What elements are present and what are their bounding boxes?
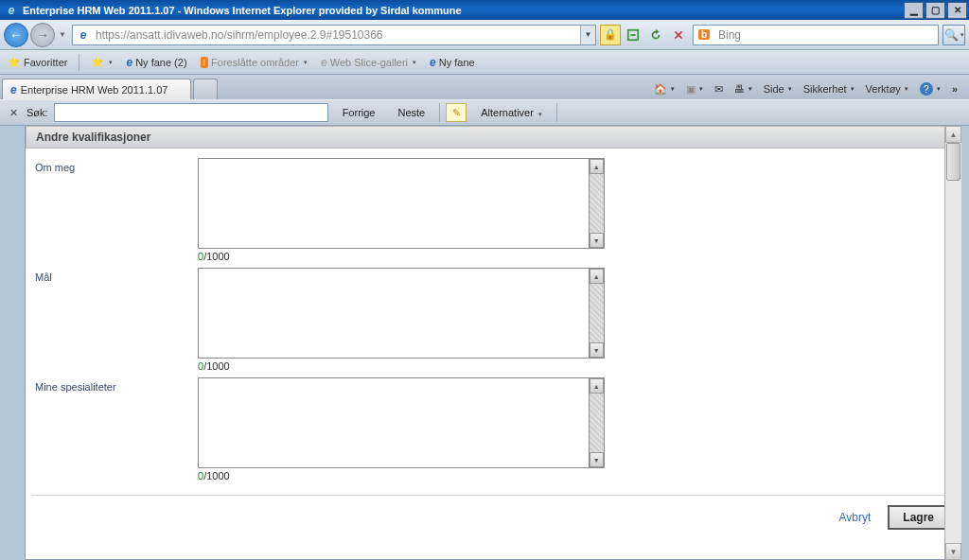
minimize-button[interactable]: ▁ [904,2,924,19]
find-close-button[interactable]: ✕ [6,105,21,120]
char-counter: 0/1000 [198,359,605,374]
bing-icon: b [696,27,712,43]
nav-history-dropdown[interactable]: ▼ [57,30,68,39]
scroll-down-button[interactable]: ▼ [945,543,961,560]
ie-icon: e [10,83,17,96]
close-button[interactable]: ✕ [947,2,967,19]
new-tab-button[interactable] [193,79,218,99]
nyfane-link[interactable]: e Ny fane [426,54,479,71]
suggested-sites-link[interactable]: ! Foreslåtte områder ▾ [197,55,311,70]
search-input[interactable] [714,26,938,44]
scroll-down-icon[interactable]: ▼ [590,233,604,248]
maximize-button[interactable]: ▢ [925,2,945,19]
print-icon: 🖶 [734,83,745,95]
textarea-scrollbar[interactable]: ▲ ▼ [590,158,605,249]
navigation-bar: ← → ▼ e ▼ 🔒 b 🔍▾ [0,20,969,50]
favorites-button[interactable]: ⭐ Favoritter [4,54,71,70]
help-icon: ? [920,82,933,96]
help-button[interactable]: ?▾ [916,80,944,97]
home-icon: 🏠 [654,83,667,96]
bulb-icon: ! [201,57,209,68]
find-next-button[interactable]: Neste [389,103,433,122]
scroll-down-icon[interactable]: ▼ [590,342,604,358]
find-options-button[interactable]: Alternativer ▾ [472,103,551,122]
ie-logo-icon: e [4,3,19,18]
forward-button[interactable]: → [30,23,55,47]
feeds-button[interactable]: ▣▾ [682,81,707,97]
find-prev-button[interactable]: Forrige [334,103,384,122]
separator [439,103,440,122]
tab-bar: e Enterprise HRM Web 2011.1.07 🏠▾ ▣▾ ✉ 🖶… [0,75,969,99]
home-button[interactable]: 🏠▾ [650,81,678,97]
page-content: Andre kvalifikasjoner Om meg ▲ ▼ 0/1000 [25,126,961,560]
scroll-thumb[interactable] [946,143,960,181]
ie-icon: e [126,56,132,69]
url-input[interactable] [94,26,580,44]
overflow-button[interactable]: » [948,81,961,96]
refresh-icon[interactable] [645,25,666,45]
ie-icon: e [430,56,436,69]
svg-rect-1 [630,34,635,36]
goals-textarea[interactable] [198,268,590,359]
form-row: Mål ▲ ▼ 0/1000 [29,268,942,374]
page-scrollbar[interactable]: ▲ ▼ [944,126,961,560]
char-counter: 0/1000 [198,249,605,264]
separator [556,103,557,122]
page-label: Side [764,83,784,95]
mail-button[interactable]: ✉ [711,81,727,97]
address-bar[interactable]: e ▼ [72,25,596,45]
tab-label: Enterprise HRM Web 2011.1.07 [21,84,168,96]
find-input[interactable] [54,103,328,122]
save-button[interactable]: Lagre [888,505,949,530]
webslice-label: Web Slice-galleri [330,57,408,68]
mail-icon: ✉ [714,83,723,96]
textarea-scrollbar[interactable]: ▲ ▼ [590,377,605,468]
print-button[interactable]: 🖶▾ [731,81,756,96]
content-area: Andre kvalifikasjoner Om meg ▲ ▼ 0/1000 [0,126,969,560]
options-label: Alternativer [481,107,534,118]
scroll-up-icon[interactable]: ▲ [590,159,604,174]
scroll-up-icon[interactable]: ▲ [590,378,604,394]
nyfane2-link[interactable]: e Ny fane (2) [122,54,190,71]
compat-view-icon[interactable] [623,25,643,45]
tab-active[interactable]: e Enterprise HRM Web 2011.1.07 [2,79,191,99]
window-titlebar: e Enterprise HRM Web 2011.1.07 - Windows… [0,0,969,20]
field-label: Mine spesialiteter [29,377,198,483]
highlight-icon: ✎ [452,107,461,119]
url-dropdown[interactable]: ▼ [580,26,595,44]
find-label: Søk: [26,107,48,118]
page-menu[interactable]: Side▾ [760,81,796,96]
safety-menu[interactable]: Sikkerhet▾ [800,81,858,96]
favorites-bar: ⭐ Favoritter ⭐▾ e Ny fane (2) ! Foreslåt… [0,50,969,75]
stop-icon[interactable] [668,25,689,45]
rss-icon: ▣ [686,83,696,96]
textarea-scrollbar[interactable]: ▲ ▼ [590,268,605,359]
search-button[interactable]: 🔍▾ [943,25,965,45]
form-footer: Avbryt Lagre [31,495,955,539]
ie-page-icon: e [76,27,91,43]
form-row: Mine spesialiteter ▲ ▼ 0/1000 [29,377,942,483]
safety-label: Sikkerhet [803,83,847,95]
specialities-textarea[interactable] [198,377,590,468]
form-row: Om meg ▲ ▼ 0/1000 [29,158,942,264]
search-box[interactable]: b [693,25,939,45]
highlight-button[interactable]: ✎ [446,103,467,122]
scroll-down-icon[interactable]: ▼ [590,452,604,467]
lock-icon[interactable]: 🔒 [600,25,621,45]
cancel-button[interactable]: Avbryt [832,507,879,528]
scroll-up-button[interactable]: ▲ [945,126,961,143]
char-counter: 0/1000 [198,468,605,483]
favorites-label: Favoritter [24,57,67,68]
field-label: Om meg [29,158,198,264]
find-bar: ✕ Søk: Forrige Neste ✎ Alternativer ▾ [0,99,969,126]
ie-icon: e [321,56,327,69]
suggested-label: Foreslåtte områder [211,57,299,68]
add-favorite-button[interactable]: ⭐▾ [87,54,116,70]
tools-menu[interactable]: Verktøy▾ [862,81,912,96]
back-button[interactable]: ← [4,23,28,47]
webslice-link[interactable]: e Web Slice-galleri ▾ [317,54,420,71]
tools-label: Verktøy [866,83,901,95]
scroll-up-icon[interactable]: ▲ [590,269,604,284]
about-me-textarea[interactable] [198,158,590,249]
nyfane2-label: Ny fane (2) [135,57,186,68]
